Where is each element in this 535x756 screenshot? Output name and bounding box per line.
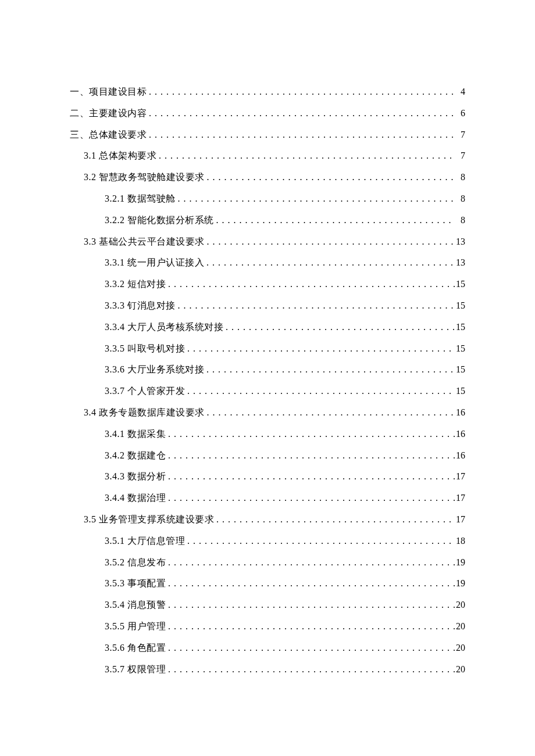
toc-entry-page: 15 bbox=[455, 274, 465, 295]
toc-leader-dots bbox=[166, 594, 455, 616]
toc-entry-title: 3.4.1 数据采集 bbox=[105, 424, 166, 445]
toc-entry-title: 3.2.1 数据驾驶舱 bbox=[105, 188, 176, 210]
toc-entry: 3.5.2 信息发布19 bbox=[70, 552, 465, 574]
toc-entry: 3.4 政务专题数据库建设要求16 bbox=[70, 402, 465, 424]
toc-leader-dots bbox=[185, 338, 455, 360]
toc-entry: 3.3 基础公共云平台建设要求13 bbox=[70, 231, 465, 253]
toc-entry-title: 3.5.3 事项配置 bbox=[105, 573, 166, 594]
toc-entry-title: 3.4 政务专题数据库建设要求 bbox=[84, 402, 205, 424]
toc-entry: 3.3.1 统一用户认证接入13 bbox=[70, 252, 465, 274]
toc-leader-dots bbox=[147, 103, 455, 124]
toc-entry: 三、总体建设要求7 bbox=[70, 124, 465, 146]
toc-entry-page: 15 bbox=[455, 317, 465, 338]
toc-leader-dots bbox=[166, 616, 455, 637]
toc-entry-title: 3.4.4 数据治理 bbox=[105, 488, 166, 509]
table-of-contents: 一、项目建设目标4二、主要建设内容6三、总体建设要求73.1 总体架构要求73.… bbox=[70, 81, 465, 680]
toc-leader-dots bbox=[166, 488, 455, 509]
toc-leader-dots bbox=[166, 659, 455, 680]
toc-leader-dots bbox=[166, 573, 455, 594]
toc-leader-dots bbox=[166, 552, 455, 574]
toc-entry-title: 3.5.7 权限管理 bbox=[105, 659, 166, 680]
toc-entry-page: 13 bbox=[455, 231, 465, 253]
toc-entry-title: 3.5 业务管理支撑系统建设要求 bbox=[84, 509, 214, 531]
toc-entry-page: 15 bbox=[455, 359, 465, 381]
toc-entry-page: 16 bbox=[455, 445, 465, 467]
toc-entry-page: 16 bbox=[455, 402, 465, 424]
toc-entry: 3.5.5 用户管理20 bbox=[70, 616, 465, 637]
toc-entry-title: 3.5.4 消息预警 bbox=[105, 594, 166, 616]
toc-entry-title: 3.3.1 统一用户认证接入 bbox=[105, 252, 204, 274]
toc-entry: 3.5.3 事项配置19 bbox=[70, 573, 465, 594]
toc-leader-dots bbox=[205, 402, 455, 424]
toc-entry-page: 20 bbox=[455, 594, 465, 616]
toc-entry-page: 19 bbox=[455, 552, 465, 574]
toc-entry-title: 3.3.4 大厅人员考核系统对接 bbox=[105, 317, 223, 338]
toc-leader-dots bbox=[185, 381, 455, 402]
toc-entry: 3.2.2 智能化数据分析系统8 bbox=[70, 210, 465, 231]
toc-entry-page: 15 bbox=[455, 338, 465, 360]
toc-leader-dots bbox=[205, 167, 455, 188]
toc-entry-title: 3.5.6 角色配置 bbox=[105, 637, 166, 659]
toc-leader-dots bbox=[223, 317, 455, 338]
toc-entry-title: 3.2.2 智能化数据分析系统 bbox=[105, 210, 214, 231]
toc-entry-title: 3.5.5 用户管理 bbox=[105, 616, 166, 637]
toc-entry: 3.3.5 叫取号机对接15 bbox=[70, 338, 465, 360]
toc-entry-page: 6 bbox=[455, 103, 465, 124]
toc-entry: 3.3.4 大厅人员考核系统对接15 bbox=[70, 317, 465, 338]
toc-entry-title: 3.4.3 数据分析 bbox=[105, 466, 166, 488]
toc-entry-title: 3.1 总体架构要求 bbox=[84, 145, 156, 167]
toc-leader-dots bbox=[185, 531, 455, 552]
toc-entry-title: 3.3.7 个人管家开发 bbox=[105, 381, 185, 402]
toc-entry: 3.3.6 大厅业务系统对接15 bbox=[70, 359, 465, 381]
toc-leader-dots bbox=[214, 509, 455, 531]
toc-entry-title: 3.5.1 大厅信息管理 bbox=[105, 531, 185, 552]
toc-entry-title: 3.3.5 叫取号机对接 bbox=[105, 338, 185, 360]
toc-entry: 一、项目建设目标4 bbox=[70, 81, 465, 103]
toc-entry-title: 3.2 智慧政务驾驶舱建设要求 bbox=[84, 167, 205, 188]
toc-entry-title: 3.3.6 大厅业务系统对接 bbox=[105, 359, 204, 381]
toc-entry-title: 3.3 基础公共云平台建设要求 bbox=[84, 231, 205, 253]
toc-entry-page: 16 bbox=[455, 424, 465, 445]
toc-entry-title: 一、项目建设目标 bbox=[70, 81, 147, 103]
toc-leader-dots bbox=[166, 274, 455, 295]
toc-entry: 3.3.3 钉消息对接15 bbox=[70, 295, 465, 317]
toc-entry: 3.4.2 数据建仓16 bbox=[70, 445, 465, 467]
toc-entry: 3.5.4 消息预警20 bbox=[70, 594, 465, 616]
toc-entry: 3.5.1 大厅信息管理18 bbox=[70, 531, 465, 552]
toc-entry-page: 4 bbox=[455, 81, 465, 103]
toc-entry: 3.4.1 数据采集16 bbox=[70, 424, 465, 445]
toc-leader-dots bbox=[176, 295, 455, 317]
toc-entry: 3.2.1 数据驾驶舱8 bbox=[70, 188, 465, 210]
toc-entry-title: 3.5.2 信息发布 bbox=[105, 552, 166, 574]
toc-entry-page: 18 bbox=[455, 531, 465, 552]
toc-entry-title: 3.4.2 数据建仓 bbox=[105, 445, 166, 467]
toc-entry-page: 8 bbox=[455, 210, 465, 231]
toc-entry: 3.3.7 个人管家开发15 bbox=[70, 381, 465, 402]
toc-entry-page: 20 bbox=[455, 616, 465, 637]
toc-entry-page: 15 bbox=[455, 295, 465, 317]
toc-leader-dots bbox=[166, 445, 455, 467]
toc-entry-title: 二、主要建设内容 bbox=[70, 103, 147, 124]
document-page: 一、项目建设目标4二、主要建设内容6三、总体建设要求73.1 总体架构要求73.… bbox=[0, 0, 535, 756]
toc-leader-dots bbox=[205, 231, 455, 253]
toc-entry-page: 17 bbox=[455, 509, 465, 531]
toc-entry: 3.4.3 数据分析17 bbox=[70, 466, 465, 488]
toc-entry-page: 7 bbox=[455, 124, 465, 146]
toc-leader-dots bbox=[176, 188, 455, 210]
toc-entry-title: 三、总体建设要求 bbox=[70, 124, 147, 146]
toc-entry-page: 8 bbox=[455, 167, 465, 188]
toc-leader-dots bbox=[166, 466, 455, 488]
toc-leader-dots bbox=[204, 359, 455, 381]
toc-entry-page: 20 bbox=[455, 659, 465, 680]
toc-entry-page: 19 bbox=[455, 573, 465, 594]
toc-entry-page: 13 bbox=[455, 252, 465, 274]
toc-entry-page: 15 bbox=[455, 381, 465, 402]
toc-leader-dots bbox=[214, 210, 455, 231]
toc-entry-page: 7 bbox=[455, 145, 465, 167]
toc-entry: 3.5.6 角色配置20 bbox=[70, 637, 465, 659]
toc-leader-dots bbox=[166, 424, 455, 445]
toc-entry: 3.2 智慧政务驾驶舱建设要求8 bbox=[70, 167, 465, 188]
toc-entry-page: 17 bbox=[455, 488, 465, 509]
toc-leader-dots bbox=[147, 81, 455, 103]
toc-entry: 3.4.4 数据治理17 bbox=[70, 488, 465, 509]
